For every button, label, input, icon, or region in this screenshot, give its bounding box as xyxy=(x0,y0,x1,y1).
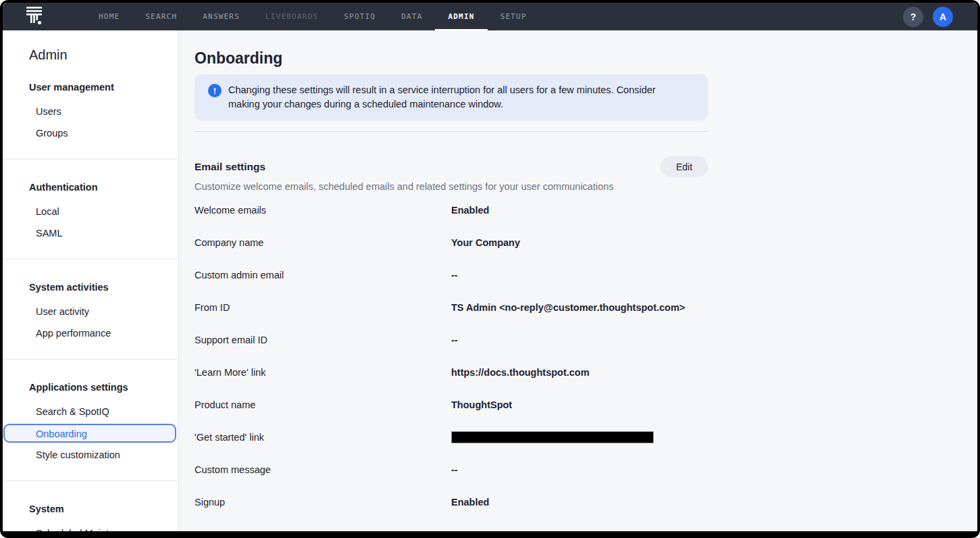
sidebar-section-authentication: Authentication Local SAML xyxy=(3,160,178,244)
nav-item-admin[interactable]: ADMIN xyxy=(435,3,487,30)
nav-item-search[interactable]: SEARCH xyxy=(132,3,190,30)
field-value: -- xyxy=(451,335,458,345)
sidebar-item-users[interactable]: Users xyxy=(3,101,178,122)
section-heading: Authentication xyxy=(29,180,178,194)
field-label: Welcome emails xyxy=(195,205,451,216)
field-label: From ID xyxy=(195,302,451,313)
field-value: Your Company xyxy=(451,237,520,248)
field-row-from-id: From ID TS Admin <no-reply@customer.thou… xyxy=(195,291,708,324)
edit-button[interactable]: Edit xyxy=(661,156,708,177)
section-heading: Applications settings xyxy=(29,381,178,394)
field-row-support-email-id: Support email ID -- xyxy=(195,324,708,356)
nav-item-answers[interactable]: ANSWERS xyxy=(190,3,253,30)
banner-text: Changing these settings will result in a… xyxy=(228,83,671,112)
field-label: 'Get started' link xyxy=(195,432,451,443)
field-value: -- xyxy=(451,270,458,280)
field-value: ThoughtSpot xyxy=(451,399,512,410)
email-settings-header: Email settings Edit xyxy=(195,156,708,177)
field-value: Enabled xyxy=(451,497,489,508)
thoughtspot-app: HOME SEARCH ANSWERS LIVEBOARDS SPOTIQ DA… xyxy=(3,3,977,531)
field-row-product-name: Product name ThoughtSpot xyxy=(195,389,708,421)
field-row-get-started-link: 'Get started' link xyxy=(195,421,708,454)
sidebar-item-app-performance[interactable]: App performance xyxy=(3,322,178,344)
email-settings-fields: Welcome emails Enabled Company name Your… xyxy=(195,194,708,518)
field-label: 'Learn More' link xyxy=(195,367,451,378)
email-settings-heading: Email settings xyxy=(195,161,265,173)
field-label: Signup xyxy=(195,497,451,508)
field-value: TS Admin <no-reply@customer.thoughtspot.… xyxy=(451,302,685,313)
sidebar-item-scheduled-maintenance[interactable]: Scheduled Maintenance xyxy=(3,522,178,531)
field-label: Custom admin email xyxy=(195,270,451,280)
page-title: Onboarding xyxy=(195,49,977,68)
nav-item-data[interactable]: DATA xyxy=(388,3,435,30)
page-body: Admin User management Users Groups Authe… xyxy=(3,30,977,531)
field-row-custom-admin-email: Custom admin email -- xyxy=(195,259,708,291)
section-heading: System xyxy=(29,502,178,516)
sidebar-item-onboarding[interactable]: Onboarding xyxy=(3,424,176,443)
sidebar-section-system: System Scheduled Maintenance xyxy=(3,481,178,531)
field-row-company-name: Company name Your Company xyxy=(195,226,708,259)
info-exclamation-icon: ! xyxy=(208,84,222,97)
screenshot-frame: HOME SEARCH ANSWERS LIVEBOARDS SPOTIQ DA… xyxy=(0,0,980,538)
field-row-welcome-emails: Welcome emails Enabled xyxy=(195,194,708,226)
sidebar-item-user-activity[interactable]: User activity xyxy=(3,301,178,322)
nav-item-home[interactable]: HOME xyxy=(86,3,132,30)
nav-item-setup[interactable]: SETUP xyxy=(488,3,540,30)
admin-sidebar: Admin User management Users Groups Authe… xyxy=(3,30,179,531)
section-heading: System activities xyxy=(29,280,178,294)
nav-right: ? A xyxy=(903,3,953,30)
section-heading: User management xyxy=(29,80,178,94)
thoughtspot-logo-icon xyxy=(26,5,43,28)
field-value: -- xyxy=(451,464,458,475)
sidebar-item-local[interactable]: Local xyxy=(3,201,178,222)
top-nav: HOME SEARCH ANSWERS LIVEBOARDS SPOTIQ DA… xyxy=(3,3,977,30)
redacted-value xyxy=(451,431,654,443)
thoughtspot-logo[interactable] xyxy=(26,3,43,30)
nav-item-liveboards[interactable]: LIVEBOARDS xyxy=(253,3,331,30)
nav-items: HOME SEARCH ANSWERS LIVEBOARDS SPOTIQ DA… xyxy=(86,3,540,30)
field-label: Custom message xyxy=(195,464,451,475)
sidebar-item-saml[interactable]: SAML xyxy=(3,222,178,244)
field-value: Enabled xyxy=(451,205,489,216)
field-row-learn-more-link: 'Learn More' link https://docs.thoughtsp… xyxy=(195,356,708,389)
field-label: Company name xyxy=(195,237,451,248)
content-divider xyxy=(195,131,708,132)
service-interruption-banner: ! Changing these settings will result in… xyxy=(195,74,708,120)
onboarding-main: Onboarding ! Changing these settings wil… xyxy=(179,30,977,531)
sidebar-title: Admin xyxy=(29,47,178,63)
email-settings-subtitle: Customize welcome emails, scheduled emai… xyxy=(195,181,977,192)
nav-item-spotiq[interactable]: SPOTIQ xyxy=(331,3,388,30)
question-mark-icon: ? xyxy=(910,11,917,22)
sidebar-section-applications-settings: Applications settings Search & SpotIQ On… xyxy=(3,360,178,466)
field-row-signup: Signup Enabled xyxy=(195,486,708,518)
sidebar-item-style-customization[interactable]: Style customization xyxy=(3,444,178,466)
field-label: Product name xyxy=(195,399,451,410)
sidebar-item-groups[interactable]: Groups xyxy=(3,122,178,144)
field-value: https://docs.thoughtspot.com xyxy=(451,367,590,378)
sidebar-section-system-activities: System activities User activity App perf… xyxy=(3,260,178,344)
help-button[interactable]: ? xyxy=(903,7,923,27)
field-label: Support email ID xyxy=(195,335,451,345)
sidebar-item-search-spotiq[interactable]: Search & SpotIQ xyxy=(3,401,178,422)
sidebar-section-user-management: User management Users Groups xyxy=(3,80,178,144)
user-avatar[interactable]: A xyxy=(933,7,953,27)
field-row-custom-message: Custom message -- xyxy=(195,454,708,486)
avatar-initial: A xyxy=(939,11,946,22)
